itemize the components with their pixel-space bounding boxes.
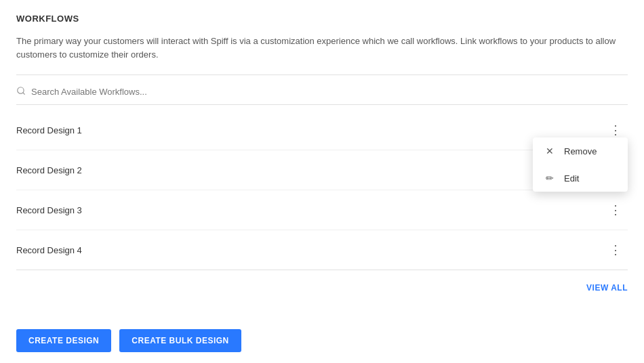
remove-option[interactable]: ✕Remove: [533, 137, 628, 165]
dropdown-menu: ✕Remove✏Edit: [533, 137, 628, 192]
more-options-button[interactable]: ⋮: [604, 200, 628, 220]
page-title: WORKFLOWS: [16, 14, 628, 24]
view-all-container: VIEW ALL: [16, 270, 628, 304]
edit-label: Edit: [564, 173, 579, 184]
page-container: WORKFLOWS The primary way your customers…: [0, 0, 644, 318]
edit-option[interactable]: ✏Edit: [533, 165, 628, 192]
create-design-button[interactable]: CREATE DESIGN: [16, 329, 111, 352]
workflow-item: Record Design 4⋮: [16, 230, 628, 270]
footer-buttons: CREATE DESIGN CREATE BULK DESIGN: [16, 329, 241, 352]
search-icon: [16, 86, 26, 98]
edit-icon: ✏: [544, 173, 556, 184]
create-bulk-design-button[interactable]: CREATE BULK DESIGN: [119, 329, 241, 352]
workflow-name: Record Design 2: [16, 165, 82, 175]
page-description: The primary way your customers will inte…: [16, 35, 628, 61]
svg-line-1: [23, 93, 25, 95]
view-all-link[interactable]: VIEW ALL: [586, 283, 628, 293]
workflow-item: Record Design 3⋮: [16, 190, 628, 230]
search-input[interactable]: [31, 87, 628, 97]
search-container: [16, 86, 628, 105]
workflow-name: Record Design 3: [16, 205, 82, 215]
workflow-name: Record Design 1: [16, 125, 82, 135]
workflow-list: Record Design 1⋮✕Remove✏EditRecord Desig…: [16, 110, 628, 270]
more-options-button[interactable]: ⋮: [604, 240, 628, 260]
remove-label: Remove: [564, 146, 597, 156]
remove-icon: ✕: [544, 146, 556, 156]
workflow-item: Record Design 1⋮✕Remove✏Edit: [16, 110, 628, 150]
workflow-name: Record Design 4: [16, 245, 82, 255]
divider: [16, 74, 628, 75]
